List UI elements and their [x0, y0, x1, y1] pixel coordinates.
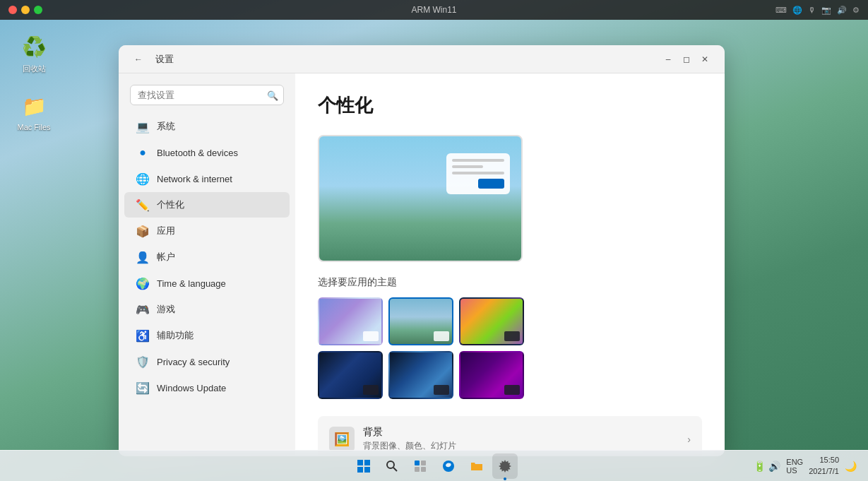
search-box[interactable]: 🔍 — [130, 85, 284, 105]
background-title: 背景 — [363, 426, 687, 439]
theme-card-bg-3 — [460, 299, 523, 344]
window-controls[interactable]: – ◻ ✕ — [660, 51, 713, 68]
page-title: 个性化 — [318, 93, 702, 118]
apps-icon: 📦 — [136, 224, 150, 238]
theme-card-blue-cyan[interactable] — [388, 351, 453, 399]
back-button[interactable]: ← — [130, 51, 147, 68]
traffic-lights[interactable] — [8, 6, 42, 14]
theme-grid — [318, 297, 702, 399]
recycle-bin-icon: ♻️ — [20, 32, 48, 61]
taskbar-battery-icon: 🔋 — [754, 461, 766, 472]
theme-mini-6 — [504, 385, 520, 395]
preview-overlay — [446, 153, 510, 194]
svg-rect-9 — [421, 467, 426, 472]
time-icon: 🌍 — [136, 276, 150, 290]
sidebar-item-system[interactable]: 💻 系统 — [124, 114, 290, 139]
taskbar-settings-button[interactable] — [492, 453, 518, 479]
taskbar-search-button[interactable] — [379, 453, 405, 479]
sidebar-item-accounts-label: 帐户 — [157, 251, 175, 263]
accessibility-icon: ♿ — [136, 328, 150, 343]
taskbar-start-button[interactable] — [351, 453, 376, 479]
theme-card-bg-1 — [319, 299, 381, 344]
sidebar-item-time[interactable]: 🌍 Time & language — [124, 271, 290, 296]
settings-body: 🔍 💻 系统 ● Bluetooth & devices 🌐 Network &… — [119, 73, 725, 456]
sidebar-item-gaming[interactable]: 🎮 游戏 — [124, 297, 290, 322]
theme-mini-5 — [434, 385, 449, 395]
mac-files-icon: 📁 — [20, 92, 48, 120]
gaming-icon: 🎮 — [136, 302, 150, 316]
sidebar-item-bluetooth[interactable]: ● Bluetooth & devices — [124, 140, 290, 165]
titlebar-icons: ⌨ 🌐 🎙 📷 🔊 ⚙ — [775, 6, 860, 15]
taskbar-volume-icon: 🔊 — [768, 461, 780, 472]
sidebar-item-privacy[interactable]: 🛡️ Privacy & security — [124, 349, 290, 374]
sidebar-item-update-label: Windows Update — [157, 383, 226, 393]
personalization-icon: ✏️ — [136, 198, 150, 212]
background-icon: 🖼️ — [329, 427, 355, 452]
theme-card-win11-light[interactable] — [318, 297, 383, 345]
theme-card-win11-lake[interactable] — [388, 297, 453, 345]
update-icon: 🔄 — [136, 381, 150, 395]
theme-card-bg-4 — [319, 352, 381, 398]
svg-line-5 — [393, 468, 397, 471]
close-window-button[interactable]: ✕ — [696, 51, 713, 68]
svg-rect-7 — [421, 461, 426, 465]
svg-rect-1 — [364, 460, 370, 465]
desktop-icon-recycle[interactable]: ♻️ 回收站 — [13, 32, 55, 74]
background-text: 背景 背景图像、颜色、幻灯片 — [363, 426, 687, 452]
sidebar-item-update[interactable]: 🔄 Windows Update — [124, 375, 290, 400]
close-button[interactable] — [8, 6, 17, 14]
clock-time: 15:50 — [809, 455, 839, 465]
titlebar-icon-gear[interactable]: ⚙ — [852, 6, 860, 15]
theme-mini-4 — [363, 385, 379, 395]
theme-card-dark-blue[interactable] — [318, 351, 383, 399]
sidebar-item-accounts[interactable]: 👤 帐户 — [124, 244, 290, 270]
settings-window: ← 设置 – ◻ ✕ 🔍 💻 系统 ● — [119, 45, 725, 456]
sidebar: 🔍 💻 系统 ● Bluetooth & devices 🌐 Network &… — [119, 73, 295, 456]
taskbar-explorer-button[interactable] — [464, 453, 489, 479]
titlebar-icon-sound: 🔊 — [837, 6, 847, 15]
theme-mini-3 — [504, 331, 520, 341]
taskbar: 🔋 🔊 ENGUS 15:50 2021/7/1 🌙 — [0, 450, 868, 481]
network-icon: 🌐 — [136, 172, 150, 186]
svg-point-4 — [387, 461, 394, 468]
sidebar-item-network[interactable]: 🌐 Network & internet — [124, 166, 290, 191]
theme-preview — [318, 135, 523, 262]
theme-section-label: 选择要应用的主题 — [318, 276, 702, 289]
svg-rect-2 — [357, 467, 363, 473]
window-titlebar-left: ← 设置 — [130, 51, 174, 68]
desktop-icon-macfiles[interactable]: 📁 Mac Files — [13, 92, 55, 131]
sidebar-item-personalization[interactable]: ✏️ 个性化 — [124, 192, 290, 218]
preview-line-3 — [452, 172, 504, 174]
theme-mini-1 — [363, 331, 379, 341]
maximize-window-button[interactable]: ◻ — [678, 51, 695, 68]
taskbar-lang: ENGUS — [786, 458, 803, 475]
theme-card-purple[interactable] — [459, 351, 524, 399]
titlebar-icon-mic: 🎙 — [808, 6, 816, 14]
minimize-window-button[interactable]: – — [660, 51, 677, 68]
search-input[interactable] — [130, 85, 284, 105]
main-content: 个性化 选择要应用的主题 — [295, 73, 725, 456]
taskbar-right: 🔋 🔊 ENGUS 15:50 2021/7/1 🌙 — [754, 455, 857, 477]
accounts-icon: 👤 — [136, 250, 150, 264]
fullscreen-button[interactable] — [34, 6, 42, 14]
macos-titlebar: ARM Win11 ⌨ 🌐 🎙 📷 🔊 ⚙ — [0, 0, 868, 20]
chevron-right-icon: › — [687, 434, 691, 445]
svg-rect-8 — [415, 467, 420, 472]
sidebar-item-apps-label: 应用 — [157, 225, 175, 237]
clock-date: 2021/7/1 — [809, 466, 839, 477]
minimize-button[interactable] — [21, 6, 30, 14]
sidebar-item-apps[interactable]: 📦 应用 — [124, 218, 290, 244]
taskbar-notification-icon: 🌙 — [845, 461, 857, 472]
window-title: 设置 — [155, 53, 174, 66]
taskbar-edge-button[interactable] — [436, 453, 461, 479]
theme-card-colorful[interactable] — [459, 297, 524, 345]
sidebar-item-privacy-label: Privacy & security — [157, 357, 230, 367]
sidebar-item-accessibility[interactable]: ♿ 辅助功能 — [124, 323, 290, 348]
titlebar-text: ARM Win11 — [411, 5, 456, 15]
desktop: ♻️ 回收站 📁 Mac Files ← 设置 – ◻ ✕ 🔍 — [0, 20, 868, 481]
sidebar-item-accessibility-label: 辅助功能 — [157, 329, 194, 342]
sidebar-item-time-label: Time & language — [157, 278, 226, 289]
bluetooth-icon: ● — [136, 146, 150, 160]
preview-button — [478, 179, 504, 189]
taskbar-widgets-button[interactable] — [408, 453, 433, 479]
